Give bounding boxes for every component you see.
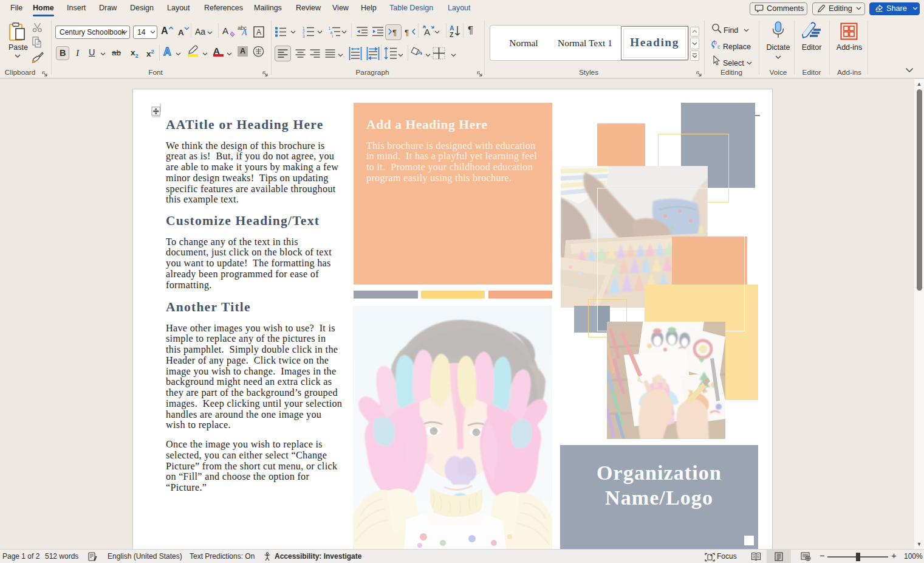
svg-text:c: c <box>717 44 720 50</box>
svg-text:i: i <box>332 34 333 38</box>
svg-text:3: 3 <box>303 34 305 38</box>
svg-text:¶: ¶ <box>392 28 397 36</box>
svg-text:b: b <box>714 40 717 46</box>
svg-text:¶: ¶ <box>405 28 409 36</box>
svg-text:A: A <box>256 28 261 36</box>
svg-text:A: A <box>424 27 430 37</box>
svg-text:Z: Z <box>450 31 454 38</box>
